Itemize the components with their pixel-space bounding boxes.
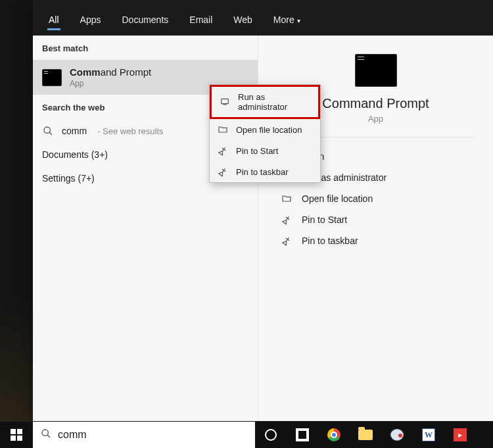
taskbar-chrome[interactable] <box>318 422 350 448</box>
word-icon: W <box>422 428 435 441</box>
result-title: Command Prompt <box>70 66 151 78</box>
folder-icon <box>281 193 293 204</box>
web-search-term: comm <box>62 126 87 136</box>
cortana-button[interactable] <box>255 422 287 448</box>
task-view-button[interactable] <box>287 422 318 448</box>
svg-line-6 <box>47 435 50 437</box>
ctx-pin-to-start[interactable]: Pin to Start <box>210 140 320 161</box>
action-pin-to-start[interactable]: Pin to Start <box>277 210 485 230</box>
start-button[interactable] <box>0 422 33 448</box>
action-open-file-location[interactable]: Open file location <box>277 189 485 209</box>
tab-apps[interactable]: Apps <box>70 5 112 36</box>
folder-icon <box>218 124 228 135</box>
app-icon: ▸ <box>454 428 467 441</box>
preview-icon <box>355 54 397 87</box>
chrome-icon <box>327 428 340 441</box>
results-column: Best match Command Prompt App Search the… <box>33 36 258 421</box>
svg-line-1 <box>49 132 52 135</box>
taskbar-app-1[interactable] <box>381 422 413 448</box>
svg-point-5 <box>42 430 48 436</box>
ctx-open-file-location[interactable]: Open file location <box>210 119 320 140</box>
web-search-sub: - See web results <box>97 126 163 136</box>
search-icon <box>42 126 54 136</box>
pin-icon <box>218 145 228 156</box>
tab-more[interactable]: More▾ <box>263 5 311 36</box>
tab-documents[interactable]: Documents <box>111 5 179 36</box>
svg-rect-2 <box>222 99 229 103</box>
tab-email[interactable]: Email <box>179 5 223 36</box>
search-icon <box>41 428 51 441</box>
tab-web[interactable]: Web <box>223 5 263 36</box>
ctx-run-as-administrator[interactable]: Run as administrator <box>210 85 320 119</box>
taskbar-word[interactable]: W <box>413 422 444 448</box>
taskbar-app-2[interactable]: ▸ <box>444 422 476 448</box>
taskbar-file-explorer[interactable] <box>350 422 381 448</box>
command-prompt-icon <box>42 69 62 86</box>
shield-icon <box>220 97 230 107</box>
ctx-pin-to-taskbar[interactable]: Pin to taskbar <box>210 161 320 182</box>
context-menu: Run as administrator Open file location … <box>209 84 321 183</box>
pin-icon <box>281 236 293 246</box>
task-view-icon <box>297 430 308 440</box>
tab-all[interactable]: All <box>38 5 70 36</box>
app-icon <box>390 429 404 441</box>
chevron-down-icon: ▾ <box>297 17 300 24</box>
folder-icon <box>358 430 373 440</box>
pin-icon <box>218 166 228 177</box>
search-tabs: All Apps Documents Email Web More▾ <box>33 0 493 36</box>
preview-title: Command Prompt <box>322 96 429 111</box>
svg-point-0 <box>44 127 50 133</box>
windows-icon <box>11 429 22 441</box>
circle-icon <box>265 429 277 441</box>
result-subtitle: App <box>70 79 151 88</box>
search-input[interactable] <box>58 429 247 441</box>
section-best-match: Best match <box>33 36 258 60</box>
preview-subtitle: App <box>368 114 383 124</box>
taskbar: W ▸ <box>0 422 493 448</box>
action-pin-to-taskbar[interactable]: Pin to taskbar <box>277 231 485 251</box>
search-panel: All Apps Documents Email Web More▾ Best … <box>33 0 493 421</box>
pin-icon <box>281 214 293 225</box>
taskbar-search[interactable] <box>33 422 255 448</box>
